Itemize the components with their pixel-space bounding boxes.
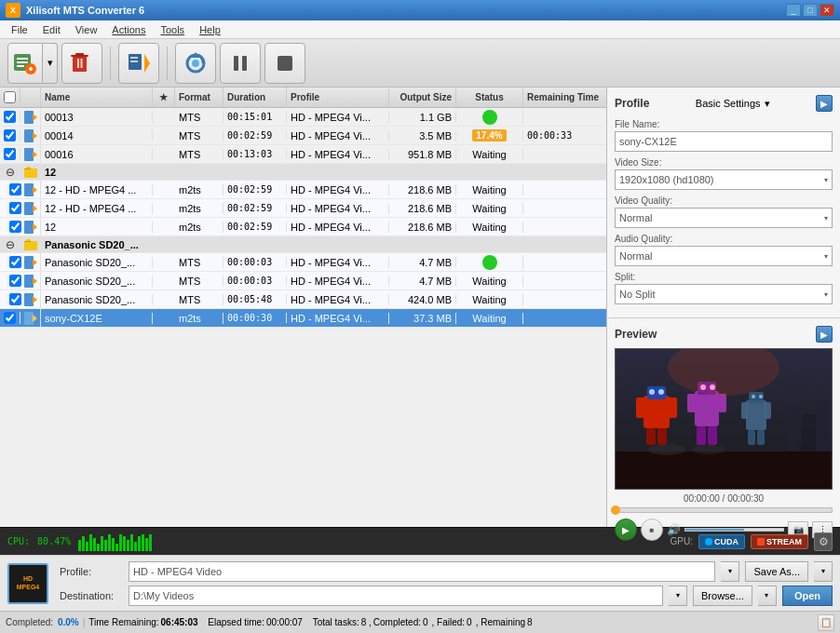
log-button[interactable]: 📋 [818, 614, 834, 631]
row-format: m2ts [175, 313, 224, 324]
add-dropdown[interactable]: ▾ [43, 43, 58, 84]
menu-help[interactable]: Help [192, 22, 228, 37]
play-button[interactable]: ▶ [615, 519, 637, 541]
table-row[interactable]: 00014 MTS 00:02:59 HD - MPEG4 Vi... 3.5 … [0, 127, 606, 145]
save-as-arrow[interactable]: ▾ [814, 561, 833, 582]
maximize-button[interactable]: □ [803, 4, 818, 17]
row-checkbox-area[interactable] [0, 183, 20, 195]
group-collapse-icon[interactable]: ⊖ [6, 238, 15, 251]
video-size-select[interactable]: 1920x1080 (hd1080) ▾ [615, 169, 833, 190]
row-checkbox-area[interactable] [0, 256, 20, 268]
row-checkbox-area[interactable] [0, 293, 20, 305]
profile-expand-button[interactable]: ▶ [816, 95, 833, 112]
gpu-settings-button[interactable]: ⚙ [814, 532, 833, 551]
row-checkbox-area[interactable]: ⊖ [0, 166, 20, 179]
add-button[interactable] [7, 43, 43, 84]
browse-arrow[interactable]: ▾ [758, 586, 777, 606]
open-button[interactable]: Open [782, 586, 833, 606]
header-profile[interactable]: Profile [287, 88, 389, 107]
table-row[interactable]: 00016 MTS 00:13:03 HD - MPEG4 Vi... 951.… [0, 145, 606, 164]
close-button[interactable]: ✕ [820, 4, 834, 17]
row-checkbox[interactable] [4, 111, 16, 123]
header-duration[interactable]: Duration [224, 88, 287, 107]
basic-settings-dropdown[interactable]: Basic Settings ▾ [696, 98, 770, 110]
audio-quality-arrow: ▾ [824, 252, 828, 261]
menu-tools[interactable]: Tools [153, 22, 192, 37]
row-checkbox-area[interactable] [0, 148, 20, 160]
menu-edit[interactable]: Edit [35, 22, 68, 37]
svg-rect-75 [802, 414, 816, 451]
destination-input[interactable]: D:\My Videos [129, 586, 663, 606]
row-checkbox-area[interactable] [0, 312, 20, 324]
group-collapse-icon[interactable]: ⊖ [6, 166, 15, 179]
minimize-button[interactable]: _ [786, 4, 801, 17]
row-icon [20, 309, 41, 327]
header-outsize[interactable]: Output Size [389, 88, 456, 107]
table-row-group[interactable]: ⊖ Panasonic SD20_... [0, 236, 606, 253]
preview-expand-button[interactable]: ▶ [816, 326, 833, 343]
svg-rect-21 [278, 56, 292, 71]
pause-button[interactable] [220, 43, 261, 84]
gpu-section: GPU: CUDA STREAM ⚙ [671, 532, 833, 551]
header-remaining[interactable]: Remaining Time [523, 88, 606, 107]
table-row[interactable]: 12 - HD - MPEG4 ... m2ts 00:02:59 HD - M… [0, 199, 606, 218]
stop-button[interactable]: ■ [641, 519, 663, 541]
row-checkbox-area[interactable] [0, 202, 20, 214]
table-row[interactable]: sony-CX12E m2ts 00:00:30 HD - MPEG4 Vi..… [0, 309, 606, 328]
select-all-checkbox[interactable] [4, 91, 16, 103]
time-display: 00:00:00 / 00:00:30 [615, 493, 833, 504]
header-checkbox[interactable] [0, 88, 20, 107]
row-checkbox-area[interactable] [0, 221, 20, 233]
table-row[interactable]: 12 - HD - MPEG4 ... m2ts 00:02:59 HD - M… [0, 181, 606, 199]
cpu-bar-12 [119, 534, 122, 551]
row-checkbox-area[interactable] [0, 275, 20, 287]
stream-badge[interactable]: STREAM [751, 534, 808, 549]
row-checkbox[interactable] [4, 129, 16, 141]
remaining-label-s: , Remaining [476, 617, 525, 627]
row-status [456, 110, 523, 125]
video-file-icon [23, 182, 38, 197]
audio-quality-select[interactable]: Normal ▾ [615, 246, 833, 266]
header-name[interactable]: Name [41, 88, 153, 107]
row-checkbox[interactable] [4, 312, 16, 324]
refresh-button[interactable] [175, 43, 216, 84]
row-name: sony-CX12E [41, 313, 153, 324]
table-row[interactable]: 12 m2ts 00:02:59 HD - MPEG4 Vi... 218.6 … [0, 218, 606, 236]
cuda-badge[interactable]: CUDA [698, 534, 745, 549]
audio-quality-value: Normal [619, 250, 652, 262]
playback-progress-knob[interactable] [611, 505, 620, 515]
menu-actions[interactable]: Actions [104, 22, 153, 37]
split-select[interactable]: No Split ▾ [615, 284, 833, 304]
menu-file[interactable]: File [4, 22, 35, 37]
table-row[interactable]: Panasonic SD20_... MTS 00:05:48 HD - MPE… [0, 290, 606, 309]
save-as-button[interactable]: Save As... [745, 561, 808, 582]
table-row-group[interactable]: ⊖ 12 [0, 164, 606, 181]
header-status[interactable]: Status [456, 88, 523, 107]
table-row[interactable]: Panasonic SD20_... MTS 00:00:03 HD - MPE… [0, 253, 606, 272]
profile-select[interactable]: HD - MPEG4 Video [129, 561, 715, 582]
stop-button[interactable] [264, 43, 305, 84]
row-profile: HD - MPEG4 Vi... [287, 222, 389, 233]
svg-marker-31 [33, 186, 37, 194]
convert-button[interactable] [118, 43, 159, 84]
row-checkbox[interactable] [4, 148, 16, 160]
svg-rect-74 [788, 405, 799, 451]
header-format[interactable]: Format [175, 88, 224, 107]
remove-button[interactable] [61, 43, 102, 84]
file-name-input[interactable] [615, 131, 833, 152]
video-quality-select[interactable]: Normal ▾ [615, 208, 833, 228]
row-checkbox-area[interactable] [0, 129, 20, 141]
profile-select-arrow[interactable]: ▾ [721, 561, 739, 582]
menu-view[interactable]: View [68, 22, 105, 37]
destination-arrow[interactable]: ▾ [669, 586, 687, 606]
row-profile: HD - MPEG4 Vi... [287, 313, 389, 324]
table-row[interactable]: 00013 MTS 00:15:01 HD - MPEG4 Vi... 1.1 … [0, 108, 606, 127]
row-checkbox-area[interactable] [0, 111, 20, 123]
table-row[interactable]: Panasonic SD20_... MTS 00:00:03 HD - MPE… [0, 272, 606, 290]
row-checkbox-area[interactable]: ⊖ [0, 238, 20, 251]
playback-progress-bar[interactable] [615, 507, 833, 513]
row-duration: 00:02:59 [224, 130, 287, 141]
cpu-bar-3 [86, 542, 88, 551]
volume-slider[interactable] [684, 528, 784, 532]
browse-button[interactable]: Browse... [693, 586, 752, 606]
